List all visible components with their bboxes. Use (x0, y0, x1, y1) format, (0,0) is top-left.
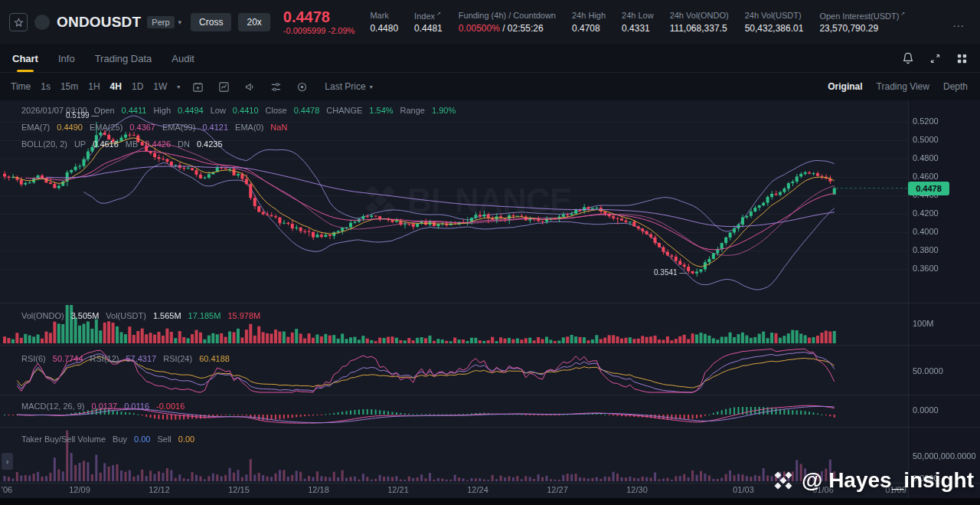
legend-value: 0.4426 (145, 139, 171, 149)
legend-label: Buy (113, 434, 127, 444)
price-type-dropdown[interactable]: Last Price ▾ (325, 81, 372, 92)
date-axis-tick: 12/30 (619, 485, 655, 494)
legend-label: MACD(12, 26, 9) (21, 402, 85, 411)
date-axis-tick: 01/03 (726, 485, 761, 494)
favorite-star-icon[interactable] (9, 13, 28, 31)
interval-1w[interactable]: 1W (153, 81, 167, 92)
legend-label: Taker Buy/Sell Volume (21, 434, 106, 444)
date-axis-tick: 12/24 (460, 485, 495, 494)
date-axis-tick: 12/21 (381, 485, 416, 494)
legend-label: EMA(99) (162, 123, 195, 132)
legend-label: Close (266, 106, 287, 115)
interval-4h[interactable]: 4H (110, 81, 122, 92)
view-tab-depth[interactable]: Depth (943, 81, 968, 92)
date-axis-tick: 12/27 (540, 485, 575, 494)
view-tab-trading-view[interactable]: Trading View (877, 81, 929, 92)
interval-dropdown-icon[interactable]: ▾ (177, 84, 180, 90)
legend-label: High (153, 106, 171, 115)
panel-expand-icon[interactable]: › (2, 453, 13, 470)
header-stat-24h-vol-usdt-: 24h Vol(USDT)50,432,386.01 (745, 11, 804, 34)
legend-label: UP (74, 139, 86, 149)
header-stat-24h-low: 24h Low0.4331 (622, 11, 654, 34)
header-stat-funding-4h-countdown: Funding (4h) / Countdown0.00500% / 02:55… (459, 11, 556, 34)
last-price: 0.4478 (283, 9, 355, 26)
more-options-button[interactable]: ... (948, 15, 969, 30)
price-axis-tick: 0.5200 (913, 116, 939, 126)
legend-label: DN (178, 139, 190, 149)
taker-volume-legend: Taker Buy/Sell VolumeBuy0.00Sell0.00 (21, 434, 194, 444)
alert-bell-icon[interactable] (902, 52, 914, 64)
legend-label: RSI(6) (21, 354, 46, 363)
interval-1d[interactable]: 1D (132, 81, 143, 92)
chart-area: 2026/01/07 03:00Open0.4411High0.4494Low0… (0, 100, 980, 505)
legend-label: Vol(ONDO) (21, 311, 64, 320)
taker-axis-tick-top: 50,000,000.0000 (913, 451, 976, 461)
price-block: 0.4478 -0.0095999 -2.09% (283, 9, 355, 35)
symbol-title[interactable]: ONDOUSDT (57, 14, 141, 31)
megaphone-icon[interactable] (244, 81, 256, 93)
legend-label: Range (400, 106, 425, 115)
legend-label: RSI(24) (163, 354, 192, 363)
legend-value: 0.4494 (178, 106, 204, 115)
legend-label: EMA(7) (21, 123, 50, 132)
legend-value: 0.4235 (197, 139, 223, 149)
legend-label: Vol(USDT) (106, 311, 146, 320)
price-axis-tick: 0.4800 (913, 153, 939, 162)
interval-1h[interactable]: 1H (88, 81, 100, 92)
header: ONDOUSDT Perp ▾ Cross 20x 0.4478 -0.0095… (0, 0, 980, 44)
interval-15m[interactable]: 15m (60, 81, 78, 92)
coin-logo (34, 15, 50, 30)
legend-value: 1.54% (369, 106, 393, 115)
price-axis-tick: 0.3600 (913, 264, 939, 273)
chevron-down-icon[interactable]: ▾ (178, 18, 182, 26)
calendar-icon[interactable] (192, 81, 204, 93)
legend-value: 15.978M (227, 311, 260, 320)
tab-chart[interactable]: Chart (12, 44, 38, 72)
volume-legend: Vol(ONDO)3.505MVol(USDT)1.565M17.185M15.… (21, 311, 260, 320)
legend-value: 0.4478 (294, 106, 320, 115)
price-axis-tick: 0.4000 (913, 227, 939, 236)
date-axis-tick: '06 (0, 485, 24, 494)
legend-value: 0.4411 (122, 106, 147, 115)
legend-value: 1.565M (153, 311, 181, 320)
legend-label: Low (211, 106, 226, 115)
legend-value: 0.4121 (202, 123, 228, 132)
page-tabs: ChartInfoTrading DataAudit (0, 44, 980, 73)
fullscreen-icon[interactable] (929, 53, 941, 64)
header-stat-index[interactable]: Index↗0.4481 (414, 11, 443, 34)
market-type-badge[interactable]: Perp (147, 16, 174, 28)
leverage-button[interactable]: 20x (238, 13, 270, 31)
date-axis-tick: 12/12 (142, 485, 177, 494)
legend-value: 0.0137 (92, 402, 118, 411)
price-type-label: Last Price (325, 81, 365, 92)
target-icon[interactable] (296, 81, 308, 93)
macd-legend: MACD(12, 26, 9)0.01370.0116-0.0016 (21, 402, 185, 411)
header-stat-open-interest-usdt-[interactable]: Open Interest(USDT)↗23,570,790.29 (819, 11, 905, 34)
ema-legend: EMA(7)0.4490EMA(25)0.4367EMA(99)0.4121EM… (21, 123, 287, 132)
price-axis-tick: 0.3800 (913, 245, 939, 254)
legend-value: 57.4317 (126, 354, 156, 363)
tab-trading-data[interactable]: Trading Data (95, 44, 152, 72)
interval-time[interactable]: Time (11, 81, 31, 92)
sliders-icon[interactable] (270, 81, 282, 93)
price-chart-canvas[interactable] (0, 100, 980, 505)
binance-logo-icon (771, 468, 795, 493)
period-low-marker: 0.3541 (654, 268, 687, 277)
layout-grid-icon[interactable] (956, 53, 968, 64)
legend-value: 17.185M (188, 311, 221, 320)
legend-value: NaN (270, 123, 287, 132)
legend-value: 0.4616 (93, 139, 119, 149)
legend-value: 0.4367 (129, 123, 155, 132)
legend-value: 0.00 (178, 434, 194, 444)
interval-1s[interactable]: 1s (41, 81, 51, 92)
chart-edit-icon[interactable] (218, 81, 230, 93)
price-axis-tick: 0.4600 (913, 172, 939, 181)
bottom-strip (0, 498, 980, 505)
legend-value: 60.4188 (199, 354, 230, 363)
date-axis-tick: 12/18 (301, 485, 336, 494)
margin-mode-button[interactable]: Cross (191, 13, 231, 31)
tab-info[interactable]: Info (58, 44, 75, 72)
date-axis-tick: 12/09 (62, 485, 97, 494)
view-tab-original[interactable]: Original (828, 81, 862, 92)
tab-audit[interactable]: Audit (172, 44, 194, 72)
